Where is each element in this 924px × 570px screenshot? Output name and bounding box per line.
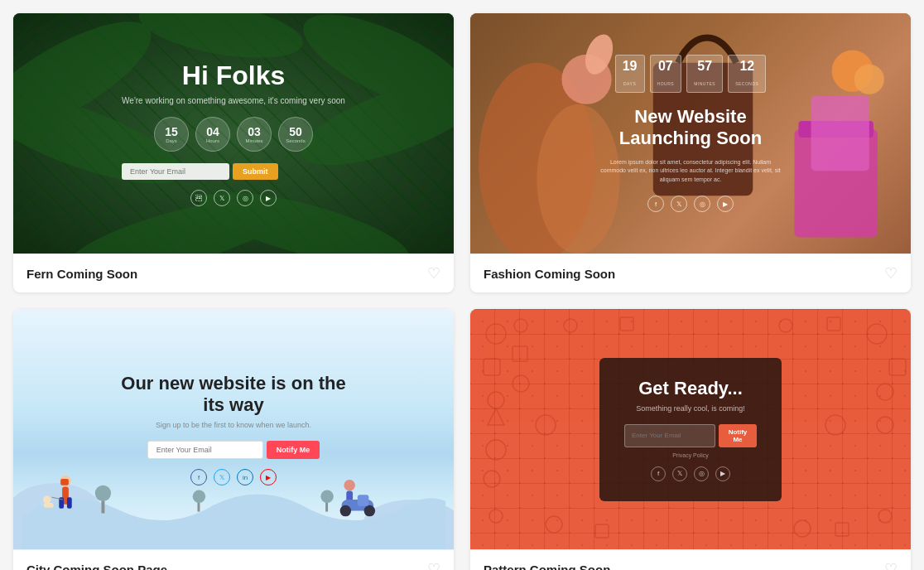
pattern-email-input[interactable] bbox=[624, 424, 715, 447]
pattern-card-box: Get Ready... Something really cool, is c… bbox=[599, 358, 782, 501]
fern-hours: 04 bbox=[206, 125, 219, 138]
svg-point-45 bbox=[513, 375, 529, 392]
svg-point-52 bbox=[779, 319, 792, 332]
svg-point-48 bbox=[877, 384, 893, 400]
pattern-card-title: Pattern Coming Soon bbox=[484, 563, 610, 571]
fashion-headline: New Website Launching Soon bbox=[599, 106, 782, 150]
svg-point-61 bbox=[878, 510, 892, 523]
svg-rect-27 bbox=[60, 479, 69, 485]
pattern-privacy-link[interactable]: Privacy Policy bbox=[624, 452, 757, 458]
city-linkedin-icon[interactable]: in bbox=[237, 469, 253, 485]
fashion-timer: 19DAYS 07HOURS 57MINUTES 12SECONDS bbox=[599, 55, 782, 93]
svg-point-16 bbox=[854, 65, 884, 94]
svg-rect-42 bbox=[484, 471, 500, 487]
fern-favorite-icon[interactable]: ♡ bbox=[427, 264, 440, 283]
svg-point-41 bbox=[486, 440, 506, 460]
fern-subtitle: We're working on something awesome, it's… bbox=[122, 96, 345, 105]
fern-twitter-icon[interactable]: 𝕏 bbox=[214, 190, 230, 206]
card-fashion[interactable]: 19DAYS 07HOURS 57MINUTES 12SECONDS New W… bbox=[470, 13, 911, 292]
svg-point-59 bbox=[825, 415, 845, 435]
svg-rect-38 bbox=[484, 359, 500, 375]
svg-point-34 bbox=[340, 505, 352, 517]
svg-point-20 bbox=[193, 490, 205, 502]
city-preview: Our new website is on the its way Sign u… bbox=[13, 309, 454, 549]
svg-marker-40 bbox=[488, 408, 504, 425]
city-card-title: City Coming Soon Page bbox=[26, 563, 167, 571]
svg-rect-26 bbox=[67, 497, 72, 509]
fern-countdown: 15Days 04Hours 03Minutes 50Seconds bbox=[122, 117, 345, 152]
svg-point-28 bbox=[43, 495, 51, 504]
fashion-social: f 𝕏 ◎ ▶ bbox=[599, 196, 782, 212]
fern-email-input[interactable] bbox=[122, 163, 229, 180]
svg-point-56 bbox=[794, 520, 811, 537]
svg-rect-57 bbox=[835, 523, 849, 536]
pattern-youtube-icon[interactable]: ▶ bbox=[715, 466, 730, 481]
city-twitter-icon[interactable]: 𝕏 bbox=[214, 469, 230, 485]
fashion-facebook-icon[interactable]: f bbox=[647, 196, 664, 212]
svg-point-39 bbox=[488, 392, 504, 408]
svg-point-43 bbox=[514, 319, 527, 332]
fashion-card-title: Fashion Coming Soon bbox=[484, 267, 615, 281]
svg-rect-44 bbox=[513, 346, 527, 361]
pattern-preview: Get Ready... Something really cool, is c… bbox=[470, 309, 911, 549]
city-email-input[interactable] bbox=[147, 441, 263, 459]
fern-social:  𝕏 ◎ ▶ bbox=[122, 190, 345, 206]
svg-rect-53 bbox=[827, 317, 840, 331]
city-social: f 𝕏 in ▶ bbox=[118, 469, 349, 485]
city-headline: Our new website is on the its way bbox=[118, 373, 349, 416]
svg-point-58 bbox=[536, 415, 556, 435]
svg-rect-36 bbox=[358, 495, 369, 506]
fashion-preview: 19DAYS 07HOURS 57MINUTES 12SECONDS New W… bbox=[470, 13, 911, 254]
pattern-email-row: Notify Me bbox=[624, 424, 757, 447]
svg-point-54 bbox=[546, 516, 562, 533]
svg-rect-51 bbox=[620, 317, 633, 331]
fern-days: 15 bbox=[165, 125, 178, 138]
pattern-footer: Pattern Coming Soon ♡ bbox=[470, 549, 911, 570]
svg-rect-14 bbox=[811, 96, 869, 171]
fern-submit-button[interactable]: Submit bbox=[233, 163, 278, 180]
fashion-body: Lorem ipsum dolor sit amet, consectetur … bbox=[599, 158, 782, 185]
pattern-notify-button[interactable]: Notify Me bbox=[719, 424, 757, 447]
card-pattern[interactable]: Get Ready... Something really cool, is c… bbox=[470, 309, 911, 570]
svg-rect-29 bbox=[44, 503, 54, 508]
svg-point-22 bbox=[320, 490, 333, 502]
template-grid: Hi Folks We're working on something awes… bbox=[13, 13, 911, 570]
card-fern[interactable]: Hi Folks We're working on something awes… bbox=[13, 13, 454, 292]
card-city[interactable]: Our new website is on the its way Sign u… bbox=[13, 309, 454, 570]
fern-footer: Fern Coming Soon ♡ bbox=[13, 254, 454, 292]
fern-instagram-icon[interactable]: ◎ bbox=[237, 190, 253, 206]
fashion-instagram-icon[interactable]: ◎ bbox=[694, 196, 710, 212]
fern-email-row: Submit bbox=[122, 163, 345, 180]
fern-minutes: 03 bbox=[248, 125, 261, 138]
pattern-facebook-icon[interactable]: f bbox=[651, 466, 666, 481]
city-footer: City Coming Soon Page ♡ bbox=[13, 549, 454, 570]
svg-point-46 bbox=[867, 324, 887, 344]
fern-card-title: Fern Coming Soon bbox=[26, 267, 137, 281]
fern-preview: Hi Folks We're working on something awes… bbox=[13, 13, 454, 254]
city-favorite-icon[interactable]: ♡ bbox=[427, 560, 440, 570]
fashion-favorite-icon[interactable]: ♡ bbox=[884, 264, 898, 283]
pattern-twitter-icon[interactable]: 𝕏 bbox=[672, 466, 687, 481]
pattern-headline: Get Ready... bbox=[624, 378, 757, 399]
city-notify-button[interactable]: Notify Me bbox=[267, 441, 320, 459]
fern-headline: Hi Folks bbox=[122, 60, 345, 91]
fashion-footer: Fashion Coming Soon ♡ bbox=[470, 254, 911, 292]
fern-seconds: 50 bbox=[289, 125, 302, 138]
fashion-youtube-icon[interactable]: ▶ bbox=[717, 196, 734, 212]
pattern-favorite-icon[interactable]: ♡ bbox=[884, 560, 898, 570]
svg-rect-47 bbox=[889, 359, 906, 375]
svg-point-50 bbox=[564, 319, 577, 332]
pattern-instagram-icon[interactable]: ◎ bbox=[694, 466, 709, 481]
pattern-subtitle: Something really cool, is coming! bbox=[624, 404, 757, 413]
svg-point-18 bbox=[95, 485, 111, 501]
pattern-social: f 𝕏 ◎ ▶ bbox=[624, 466, 757, 481]
svg-point-35 bbox=[364, 505, 376, 517]
city-youtube-icon[interactable]: ▶ bbox=[260, 469, 277, 485]
fern-youtube-icon[interactable]: ▶ bbox=[260, 190, 277, 206]
svg-point-60 bbox=[489, 510, 503, 523]
fern-facebook-icon[interactable]:  bbox=[190, 190, 207, 206]
fashion-twitter-icon[interactable]: 𝕏 bbox=[671, 196, 687, 212]
city-subtitle: Sign up to be the first to know when we … bbox=[118, 421, 349, 429]
city-facebook-icon[interactable]: f bbox=[190, 469, 207, 485]
svg-rect-55 bbox=[595, 524, 609, 538]
